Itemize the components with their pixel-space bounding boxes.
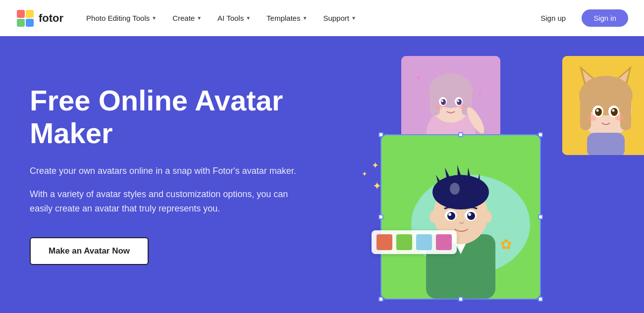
signin-button[interactable]: Sign in	[582, 9, 628, 27]
svg-rect-3	[17, 19, 25, 27]
nav-item-ai-tools[interactable]: AI Tools ▼	[211, 10, 258, 26]
svg-point-40	[484, 211, 492, 223]
svg-rect-49	[580, 91, 591, 130]
svg-point-37	[448, 213, 451, 216]
fotor-logo-icon	[16, 9, 35, 28]
chevron-down-icon: ▼	[197, 15, 202, 21]
svg-rect-59	[587, 133, 625, 155]
chevron-down-icon: ▼	[302, 15, 307, 21]
svg-point-38	[468, 213, 471, 216]
star-decoration-1: ✦	[372, 160, 379, 171]
svg-point-35	[447, 212, 455, 220]
nav-actions: Sign up Sign in	[531, 9, 628, 27]
star-decoration-3: ✦	[373, 180, 381, 193]
cta-button[interactable]: Make an Avatar Now	[30, 237, 149, 265]
logo-text: fotor	[39, 12, 63, 25]
star-decoration-2: ✦	[362, 170, 368, 178]
color-swatch-green[interactable]	[396, 234, 412, 250]
svg-point-32	[450, 183, 460, 195]
svg-point-14	[457, 99, 462, 105]
svg-point-54	[611, 108, 618, 116]
svg-point-13	[441, 99, 446, 105]
svg-point-56	[612, 109, 615, 112]
chevron-down-icon: ▼	[246, 15, 251, 21]
svg-point-18	[459, 104, 467, 109]
logo[interactable]: fotor	[16, 9, 63, 28]
hero-content: Free Online Avatar Maker Create your own…	[0, 84, 327, 265]
hero-desc2: With a variety of avatar styles and cust…	[30, 187, 297, 216]
svg-point-55	[596, 109, 599, 112]
color-swatch-blue[interactable]	[416, 234, 432, 250]
hero-desc1: Create your own avatars online in a snap…	[30, 164, 297, 178]
svg-text:✿: ✿	[500, 237, 512, 252]
svg-point-16	[457, 100, 459, 102]
svg-point-57	[588, 115, 596, 121]
color-swatch-pink[interactable]	[436, 234, 452, 250]
color-palette-widget[interactable]	[372, 230, 457, 254]
chevron-down-icon: ▼	[152, 15, 157, 21]
svg-rect-50	[620, 91, 631, 130]
nav-item-photo-editing[interactable]: Photo Editing Tools ▼	[79, 10, 163, 26]
svg-point-58	[615, 115, 624, 121]
hero-illustration: ♥ ♥	[347, 46, 644, 304]
svg-point-17	[435, 104, 443, 109]
svg-rect-9	[430, 86, 440, 115]
svg-point-15	[441, 100, 443, 102]
svg-rect-2	[26, 10, 34, 18]
svg-text:♥: ♥	[416, 74, 421, 82]
nav-item-support[interactable]: Support ▼	[316, 10, 363, 26]
navbar: fotor Photo Editing Tools ▼ Create ▼ AI …	[0, 0, 644, 36]
nav-item-templates[interactable]: Templates ▼	[260, 10, 314, 26]
svg-text:♥: ♥	[478, 90, 482, 97]
chevron-down-icon: ▼	[351, 15, 356, 21]
hero-section: Free Online Avatar Maker Create your own…	[0, 36, 644, 313]
color-swatch-orange[interactable]	[376, 234, 392, 250]
avatar-card-cat-girl	[562, 56, 644, 155]
svg-point-36	[467, 212, 475, 220]
nav-item-create[interactable]: Create ▼	[165, 10, 209, 26]
svg-point-53	[595, 108, 602, 116]
svg-point-39	[429, 211, 437, 223]
svg-rect-4	[26, 19, 34, 27]
nav-links: Photo Editing Tools ▼ Create ▼ AI Tools …	[79, 10, 531, 26]
avatar-card-boy: ✿	[381, 135, 540, 299]
hero-title: Free Online Avatar Maker	[30, 84, 297, 150]
svg-rect-1	[17, 10, 25, 18]
signup-button[interactable]: Sign up	[531, 9, 576, 27]
